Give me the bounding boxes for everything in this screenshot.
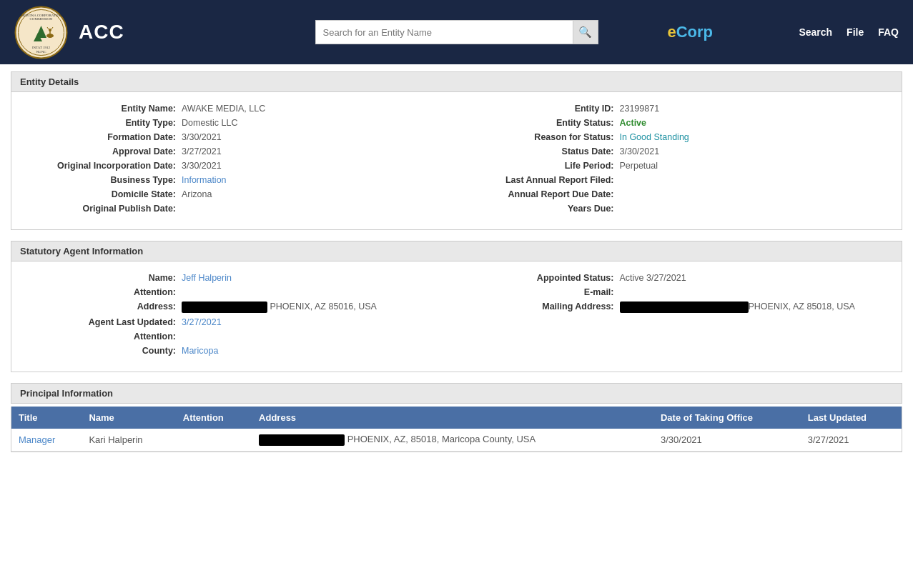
entity-details-grid: Entity Name: AWAKE MEDIA, LLC Entity Typ… [19, 101, 894, 221]
col-attention: Attention [176, 407, 252, 429]
mailing-address-row: Mailing Address: PHOENIX, AZ 85018, USA [471, 302, 881, 313]
agent-county-label: County: [33, 346, 176, 356]
agent-address-redacted [182, 302, 267, 313]
years-due-row: Years Due: [471, 204, 881, 214]
statutory-agent-body: Name: Jeff Halperin Attention: Address: … [11, 261, 902, 372]
agent-last-updated-label: Agent Last Updated: [33, 317, 176, 327]
reason-for-status-row: Reason for Status: In Good Standing [471, 132, 881, 142]
original-publish-row: Original Publish Date: [33, 204, 443, 214]
reason-for-status-label: Reason for Status: [471, 132, 614, 142]
mailing-address-label: Mailing Address: [471, 302, 614, 312]
entity-name-label: Entity Name: [33, 104, 176, 114]
search-icon: 🔍 [578, 26, 592, 39]
principal-table-header: Title Name Attention Address Date of Tak… [11, 407, 902, 429]
formation-date-label: Formation Date: [33, 132, 176, 142]
status-date-label: Status Date: [471, 146, 614, 156]
formation-date-row: Formation Date: 3/30/2021 [33, 132, 443, 142]
formation-date-value: 3/30/2021 [182, 132, 222, 142]
svg-point-8 [49, 29, 51, 31]
business-type-label: Business Type: [33, 175, 176, 185]
mailing-address-redacted [620, 302, 749, 313]
principal-info-header: Principal Information [11, 383, 902, 404]
agent-attention2-row: Attention: [33, 332, 443, 342]
agent-county-value: Maricopa [182, 346, 218, 356]
search-area: 🔍 [315, 20, 598, 44]
entity-type-value: Domestic LLC [182, 118, 238, 128]
life-period-row: Life Period: Perpetual [471, 161, 881, 171]
entity-details-section: Entity Details Entity Name: AWAKE MEDIA,… [11, 71, 902, 230]
last-annual-report-label: Last Annual Report Filed: [471, 175, 614, 185]
row-date-taking-office: 3/30/2021 [653, 429, 801, 451]
business-type-value: Information [182, 175, 227, 185]
agent-last-updated-value: 3/27/2021 [182, 317, 222, 327]
header-nav: Search File FAQ [799, 26, 899, 38]
principal-info-section: Principal Information Title Name Attenti… [11, 383, 902, 452]
entity-name-row: Entity Name: AWAKE MEDIA, LLC [33, 104, 443, 114]
statutory-agent-left: Name: Jeff Halperin Attention: Address: … [19, 270, 457, 363]
row-address-redacted [259, 434, 345, 446]
agent-name-value: Jeff Halperin [182, 273, 232, 283]
nav-faq[interactable]: FAQ [878, 26, 899, 38]
entity-details-body: Entity Name: AWAKE MEDIA, LLC Entity Typ… [11, 92, 902, 230]
entity-id-value: 23199871 [620, 104, 660, 114]
domicile-state-row: Domicile State: Arizona [33, 189, 443, 199]
svg-text:INTAT 1912: INTAT 1912 [32, 46, 51, 49]
entity-type-label: Entity Type: [33, 118, 176, 128]
entity-status-row: Entity Status: Active [471, 118, 881, 128]
principal-table-header-row: Title Name Attention Address Date of Tak… [11, 407, 902, 429]
approval-date-row: Approval Date: 3/27/2021 [33, 146, 443, 156]
row-last-updated: 3/27/2021 [801, 429, 902, 451]
original-incorporation-value: 3/30/2021 [182, 161, 222, 171]
nav-search[interactable]: Search [799, 26, 832, 38]
agent-address-suffix: PHOENIX, AZ 85016, USA [270, 302, 376, 312]
agent-last-updated-row: Agent Last Updated: 3/27/2021 [33, 317, 443, 327]
annual-report-due-label: Annual Report Due Date: [471, 189, 614, 199]
col-last-updated: Last Updated [801, 407, 902, 429]
entity-status-label: Entity Status: [471, 118, 614, 128]
last-annual-report-row: Last Annual Report Filed: [471, 175, 881, 185]
row-title: Manager [11, 429, 82, 451]
approval-date-label: Approval Date: [33, 146, 176, 156]
entity-details-right: Entity ID: 23199871 Entity Status: Activ… [457, 101, 895, 221]
table-row: Manager Kari Halperin PHOENIX, AZ, 85018… [11, 429, 902, 451]
nav-file[interactable]: File [847, 26, 864, 38]
appointed-status-label: Appointed Status: [471, 273, 614, 283]
row-attention [176, 429, 252, 451]
entity-name-value: AWAKE MEDIA, LLC [182, 104, 265, 114]
agent-email-label: E-mail: [471, 287, 614, 297]
approval-date-value: 3/27/2021 [182, 146, 222, 156]
row-address: PHOENIX, AZ, 85018, Maricopa County, USA [252, 429, 653, 451]
years-due-label: Years Due: [471, 204, 614, 214]
agent-name-label: Name: [33, 273, 176, 283]
agent-attention-row: Attention: [33, 287, 443, 297]
appointed-status-row: Appointed Status: Active 3/27/2021 [471, 273, 881, 283]
search-input[interactable] [315, 20, 573, 44]
agent-email-row: E-mail: [471, 287, 881, 297]
life-period-label: Life Period: [471, 161, 614, 171]
col-title: Title [11, 407, 82, 429]
entity-type-row: Entity Type: Domestic LLC [33, 118, 443, 128]
entity-status-value: Active [620, 118, 647, 128]
agent-attention2-label: Attention: [33, 332, 176, 342]
svg-text:NUNC: NUNC [36, 50, 46, 54]
principal-info-body: Title Name Attention Address Date of Tak… [11, 407, 902, 452]
search-button[interactable]: 🔍 [573, 20, 598, 44]
agent-name-row: Name: Jeff Halperin [33, 273, 443, 283]
status-date-row: Status Date: 3/30/2021 [471, 146, 881, 156]
statutory-agent-section: Statutory Agent Information Name: Jeff H… [11, 241, 902, 372]
main-content: Entity Details Entity Name: AWAKE MEDIA,… [0, 64, 913, 470]
app-title: ACC [79, 21, 124, 44]
ecorp-corp: Corp [676, 23, 713, 41]
statutory-agent-right: Appointed Status: Active 3/27/2021 E-mai… [457, 270, 895, 363]
agent-address-value: PHOENIX, AZ 85016, USA [182, 302, 377, 313]
business-type-row: Business Type: Information [33, 175, 443, 185]
status-date-value: 3/30/2021 [620, 146, 660, 156]
col-name: Name [82, 407, 175, 429]
row-name: Kari Halperin [82, 429, 175, 451]
svg-point-6 [46, 34, 54, 38]
agent-attention-label: Attention: [33, 287, 176, 297]
agent-county-row: County: Maricopa [33, 346, 443, 356]
col-date-taking-office: Date of Taking Office [653, 407, 801, 429]
col-address: Address [252, 407, 653, 429]
domicile-state-value: Arizona [182, 189, 212, 199]
